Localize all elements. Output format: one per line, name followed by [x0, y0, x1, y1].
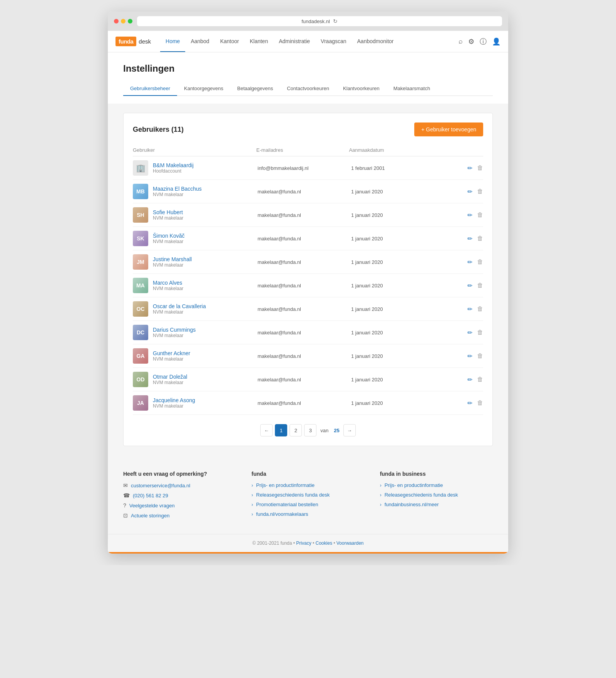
edit-icon[interactable]: ✏: [467, 211, 472, 219]
reload-icon[interactable]: ↻: [333, 18, 338, 24]
next-page-button[interactable]: →: [343, 424, 356, 436]
footer-link-business-release[interactable]: › Releasegeschiedenis funda desk: [380, 492, 493, 498]
user-cell: OD Otmar Doležal NVM makelaar: [133, 372, 258, 387]
nav-item-administratie[interactable]: Administratie: [273, 31, 315, 52]
col-user: Gebruiker: [133, 147, 256, 153]
email-cell: makelaar@funda.nl: [258, 330, 351, 336]
content-area: Gebruikers (11) + Gebruiker toevoegen Ge…: [108, 104, 508, 455]
maximize-button[interactable]: [128, 19, 132, 23]
avatar-initials: OD: [137, 376, 145, 383]
tab-contactvoorkeuren[interactable]: Contactvoorkeuren: [280, 82, 336, 96]
footer-link-email[interactable]: ✉ customerservice@funda.nl: [123, 482, 236, 488]
logo-area[interactable]: funda desk: [116, 37, 151, 46]
tab-gebruikersbeheer[interactable]: Gebruikersbeheer: [123, 82, 177, 96]
nav-item-vraagscan[interactable]: Vraagscan: [315, 31, 352, 52]
user-name[interactable]: B&M Makelaardij: [153, 162, 194, 168]
footer-link-storingen[interactable]: ⊡ Actuele storingen: [123, 512, 236, 519]
user-name[interactable]: Maazina El Bacchus: [153, 186, 202, 192]
edit-icon[interactable]: ✏: [467, 305, 472, 313]
footer-link-business-prijs[interactable]: › Prijs- en productinformatie: [380, 482, 493, 488]
address-bar[interactable]: fundadesk.nl ↻: [137, 16, 502, 26]
delete-icon[interactable]: 🗑: [477, 352, 483, 359]
page-3-button[interactable]: 3: [304, 424, 316, 436]
actions-cell: ✏ 🗑: [445, 305, 483, 313]
user-name[interactable]: Otmar Doležal: [153, 374, 187, 380]
delete-icon[interactable]: 🗑: [477, 305, 483, 312]
prev-page-button[interactable]: ←: [260, 424, 273, 436]
footer-link-faq[interactable]: ? Veelgestelde vragen: [123, 502, 236, 509]
nav-item-klanten[interactable]: Klanten: [244, 31, 273, 52]
nav-item-aanbodmonitor[interactable]: Aanbodmonitor: [352, 31, 399, 52]
browser-window: fundadesk.nl ↻ funda desk Home Aanbod Ka…: [108, 12, 508, 554]
delete-icon[interactable]: 🗑: [477, 211, 483, 218]
tab-klantvoorkeuren[interactable]: Klantvoorkeuren: [336, 82, 387, 96]
user-name-darius-cummings[interactable]: Darius Cummings: [153, 327, 196, 333]
browser-body: funda desk Home Aanbod Kantoor Klanten A…: [108, 31, 508, 554]
delete-icon[interactable]: 🗑: [477, 399, 483, 406]
user-name[interactable]: Šimon Kovăč: [153, 233, 184, 239]
edit-icon[interactable]: ✏: [467, 188, 472, 195]
tab-betaalgegevens[interactable]: Betaalgegevens: [230, 82, 280, 96]
delete-icon[interactable]: 🗑: [477, 164, 483, 171]
user-cell: MB Maazina El Bacchus NVM makelaar: [133, 184, 258, 199]
close-button[interactable]: [114, 19, 119, 23]
edit-icon[interactable]: ✏: [467, 164, 472, 172]
footer-release-text: Releasegeschiedenis funda desk: [256, 492, 330, 498]
search-icon[interactable]: ⌕: [459, 37, 463, 45]
user-name[interactable]: Marco Alves: [153, 280, 183, 286]
edit-icon[interactable]: ✏: [467, 376, 472, 383]
footer-link-voormakelaars[interactable]: › funda.nl/voormakelaars: [251, 511, 364, 517]
nav-item-home[interactable]: Home: [160, 31, 185, 52]
edit-icon[interactable]: ✏: [467, 235, 472, 242]
delete-icon[interactable]: 🗑: [477, 376, 483, 383]
delete-icon[interactable]: 🗑: [477, 258, 483, 265]
voorwaarden-link[interactable]: Voorwaarden: [336, 540, 364, 546]
edit-icon[interactable]: ✏: [467, 399, 472, 407]
footer-link-phone[interactable]: ☎ (020) 561 82 29: [123, 492, 236, 498]
footer-link-promo[interactable]: › Promotiemateriaal bestellen: [251, 502, 364, 507]
page-2-button[interactable]: 2: [290, 424, 302, 436]
help-icon[interactable]: ⓘ: [480, 37, 487, 46]
footer-link-business-meer[interactable]: › fundainbusiness.nl/meer: [380, 502, 493, 507]
footer-link-prijs[interactable]: › Prijs- en productinformatie: [251, 482, 364, 488]
gear-icon[interactable]: ⚙: [468, 37, 474, 46]
minimize-button[interactable]: [121, 19, 126, 23]
avatar-initials: JM: [137, 259, 144, 265]
edit-icon[interactable]: ✏: [467, 329, 472, 336]
chevron-icon: ›: [380, 492, 382, 498]
delete-icon[interactable]: 🗑: [477, 329, 483, 336]
user-name[interactable]: Sofie Hubert: [153, 209, 183, 215]
edit-icon[interactable]: ✏: [467, 282, 472, 289]
user-name[interactable]: Gunther Ackner: [153, 350, 190, 356]
col-date: Aanmaakdatum: [349, 147, 442, 153]
nav-item-kantoor[interactable]: Kantoor: [215, 31, 244, 52]
actions-cell: ✏ 🗑: [445, 235, 483, 242]
date-cell: 1 januari 2020: [351, 306, 445, 312]
user-name-justine-marshall[interactable]: Justine Marshall: [153, 256, 192, 262]
nav-item-aanbod[interactable]: Aanbod: [185, 31, 214, 52]
date-cell: 1 januari 2020: [351, 259, 445, 265]
tab-makelaarsmatch[interactable]: Makelaarsmatch: [387, 82, 437, 96]
delete-icon[interactable]: 🗑: [477, 188, 483, 195]
footer-link-release[interactable]: › Releasegeschiedenis funda desk: [251, 492, 364, 498]
user-role: NVM makelaar: [153, 380, 187, 385]
user-icon[interactable]: 👤: [492, 37, 500, 46]
delete-icon[interactable]: 🗑: [477, 235, 483, 242]
cookies-link[interactable]: Cookies: [316, 540, 332, 546]
date-cell: 1 januari 2020: [351, 353, 445, 359]
delete-icon[interactable]: 🗑: [477, 282, 483, 289]
edit-icon[interactable]: ✏: [467, 352, 472, 360]
user-role: NVM makelaar: [153, 192, 202, 197]
table-row: SK Šimon Kovăč NVM makelaar makelaar@fun…: [133, 227, 483, 250]
edit-icon[interactable]: ✏: [467, 258, 472, 266]
footer-faq-text: Veelgestelde vragen: [129, 503, 175, 509]
page-1-button[interactable]: 1: [275, 424, 287, 436]
add-user-button[interactable]: + Gebruiker toevoegen: [414, 123, 483, 136]
tab-kantoorgegevens[interactable]: Kantoorgegevens: [177, 82, 230, 96]
user-name[interactable]: Jacqueline Asong: [153, 397, 195, 403]
date-cell: 1 februari 2001: [351, 165, 445, 171]
user-name[interactable]: Oscar de la Cavalleria: [153, 303, 206, 309]
privacy-link[interactable]: Privacy: [296, 540, 311, 546]
footer-prijs-text: Prijs- en productinformatie: [256, 482, 315, 488]
actions-cell: ✏ 🗑: [445, 258, 483, 266]
